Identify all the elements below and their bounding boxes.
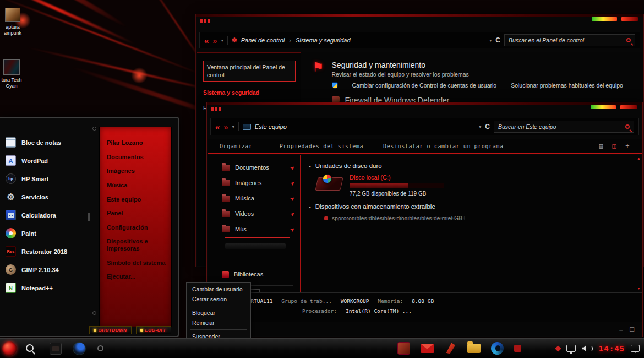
pin-icon[interactable]: ➤ [288, 210, 296, 218]
pin-icon[interactable]: ➤ [288, 164, 296, 171]
tray-status-icon[interactable] [555, 345, 561, 351]
scroll-down-button[interactable] [92, 311, 96, 315]
breadcrumb-current[interactable]: Este equipo [255, 123, 287, 130]
taskbar-app-file-manager[interactable] [50, 343, 62, 355]
taskbar-swoosh-app-icon[interactable] [445, 343, 457, 355]
collapse-icon[interactable]: - [309, 162, 311, 169]
start-place-settings[interactable]: Configuración [100, 224, 171, 231]
close-button[interactable] [620, 105, 637, 109]
start-place-pictures[interactable]: Imágenes [100, 167, 171, 175]
recent-locations-dropdown-icon[interactable]: ▾ [232, 124, 234, 129]
system-properties-button[interactable]: Propiedades del sistema [280, 143, 363, 149]
refresh-button[interactable]: C [485, 123, 490, 131]
back-button[interactable]: « [215, 123, 220, 131]
taskbar-app-store-icon[interactable] [397, 342, 410, 355]
sidebar-item-music[interactable]: Música ➤ [208, 191, 300, 206]
sidebar-item-pictures[interactable]: Imágenes ➤ [208, 175, 300, 191]
forward-button[interactable]: » [223, 123, 228, 131]
sidebar-item-videos[interactable]: Vídeos ➤ [208, 206, 300, 221]
menu-item-sign-out[interactable]: Cerrar sesión [187, 294, 250, 304]
details-view-icon[interactable]: ≡ [619, 325, 624, 333]
start-place-control-panel[interactable]: Panel [100, 210, 171, 217]
taskbar-mail-icon[interactable] [421, 344, 434, 353]
recent-locations-dropdown-icon[interactable]: ▾ [221, 38, 223, 43]
menu-item-switch-user[interactable]: Cambiar de usuario [187, 284, 250, 294]
start-app-gimp[interactable]: G GIMP 2.10.34 [3, 261, 94, 279]
taskbar-app-browser-dark[interactable] [73, 342, 86, 355]
desktop-icon-captura[interactable]: aptura ampunk [0, 8, 29, 37]
start-place-run[interactable]: Ejecutar... [100, 273, 171, 280]
forward-button[interactable]: » [212, 36, 217, 45]
drive-item-local-c[interactable]: Disco local (C:) 77,2 GB disponibles de … [316, 174, 634, 197]
toolbar-more-button[interactable]: - [523, 143, 527, 149]
start-app-hp-smart[interactable]: hp HP Smart [3, 170, 94, 188]
clock[interactable]: 14:45 [599, 344, 625, 353]
search-input[interactable] [498, 123, 625, 130]
taskbar-small-app-icon[interactable] [514, 345, 521, 352]
start-app-wordpad[interactable]: A WordPad [3, 151, 94, 170]
security-maintenance-link[interactable]: Seguridad y mantenimiento [332, 61, 623, 69]
search-icon[interactable] [625, 124, 630, 129]
scroll-up-icon[interactable]: ▲ [637, 156, 641, 160]
sidebar-item-home[interactable]: Ventana principal del Panel de control [203, 61, 296, 82]
start-app-bloc-de-notas[interactable]: Bloc de notas [3, 133, 94, 151]
start-place-command-prompt[interactable]: Símbolo del sistema [100, 259, 171, 267]
minimize-maximize-button[interactable] [591, 105, 616, 109]
close-button[interactable] [621, 17, 638, 21]
sidebar-item-system-security[interactable]: Sistema y seguridad [203, 89, 296, 96]
group-header-drives[interactable]: - Unidades de disco duro [309, 162, 634, 169]
refresh-button[interactable]: C [495, 36, 500, 44]
scroll-down-icon[interactable]: ▼ [637, 286, 641, 290]
minimize-maximize-button[interactable] [592, 17, 617, 21]
start-place-documents[interactable]: Documentos [100, 154, 171, 161]
address-dropdown-icon[interactable]: ▾ [489, 38, 492, 43]
troubleshoot-link[interactable]: Solucionar problemas habituales del equi… [511, 82, 623, 89]
menu-item-restart[interactable]: Reiniciar [187, 318, 250, 328]
preview-pane-icon[interactable]: ◫ [612, 142, 616, 150]
breadcrumb-current[interactable]: Sistema y seguridad [296, 37, 351, 44]
menu-item-lock[interactable]: Bloquear [187, 308, 250, 318]
pin-icon[interactable]: ➤ [288, 194, 296, 202]
list-view-icon[interactable]: ▤ [599, 142, 604, 150]
logoff-button[interactable]: LOG-OFF [136, 326, 172, 334]
start-app-servicios[interactable]: ⚙ Servicios [3, 188, 94, 206]
expand-ribbon-icon[interactable]: + [625, 142, 630, 150]
shutdown-button[interactable]: SHUTDOWN [89, 326, 131, 334]
start-app-restorator[interactable]: Res Restorator 2018 [3, 242, 94, 261]
organize-button[interactable]: Organizar - [220, 143, 260, 149]
collapse-icon[interactable]: - [309, 203, 311, 210]
start-place-user[interactable]: Pilar Lozano [100, 139, 171, 147]
taskbar-edge-browser-icon[interactable] [491, 342, 504, 355]
sidebar-item-documents[interactable]: Documentos ➤ [208, 160, 300, 175]
taskbar-search-icon[interactable] [26, 344, 34, 352]
scrollbar[interactable]: ▲ ▼ [636, 156, 641, 290]
start-app-notepad-plus[interactable]: N Notepad++ [3, 279, 94, 297]
start-button[interactable] [2, 341, 17, 356]
display-icon[interactable] [566, 345, 576, 352]
search-icon[interactable] [626, 38, 631, 42]
breadcrumb-root[interactable]: Panel de control [241, 37, 285, 44]
pin-icon[interactable]: ➤ [288, 179, 296, 187]
search-input[interactable] [509, 37, 626, 44]
volume-icon[interactable] [582, 345, 593, 352]
desktop-icon-tech-cyan[interactable]: tura Tech Cyan [0, 59, 28, 90]
uninstall-program-button[interactable]: Desinstalar o cambiar un programa [383, 143, 503, 149]
start-place-devices-printers[interactable]: Dispositivos e impresoras [100, 238, 171, 252]
scroll-up-button[interactable] [92, 127, 96, 131]
taskbar-ring-icon[interactable] [97, 345, 103, 351]
taskbar-file-explorer-icon[interactable] [467, 344, 481, 353]
uac-settings-link[interactable]: Cambiar configuración de Control de cuen… [352, 82, 497, 89]
drive-name[interactable]: Disco local (C:) [350, 174, 444, 181]
notification-center-icon[interactable] [631, 345, 640, 352]
pin-icon[interactable]: ➤ [288, 225, 296, 233]
address-dropdown-icon[interactable]: ▾ [479, 124, 481, 129]
sidebar-item-libraries[interactable]: Bibliotecas [208, 267, 300, 282]
start-app-paint[interactable]: Paint [3, 224, 94, 242]
start-place-this-pc[interactable]: Este equipo [100, 196, 171, 203]
thumbnail-view-icon[interactable]: □ [630, 325, 634, 333]
group-header-removable[interactable]: - Dispositivos con almacenamiento extraí… [309, 203, 634, 210]
start-place-music[interactable]: Música [100, 182, 171, 189]
sidebar-item-mus[interactable]: Mús ➤ [208, 221, 300, 237]
start-app-calculadora[interactable]: Calculadora [3, 206, 94, 224]
back-button[interactable]: « [204, 36, 209, 45]
